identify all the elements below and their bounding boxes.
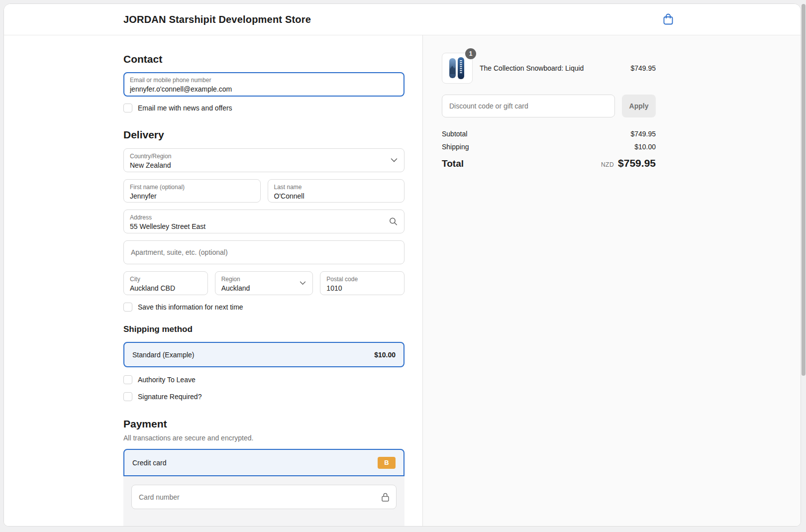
total-row: Total NZD $759.95	[442, 157, 656, 169]
product-price: $749.95	[630, 64, 656, 72]
authority-to-leave-label: Authority To Leave	[138, 376, 196, 384]
first-name-value: Jennyfer	[130, 192, 254, 201]
checkout-content: Contact Email or mobile phone number jen…	[4, 35, 801, 526]
postal-code-value: 1010	[326, 284, 398, 293]
last-name-value: O'Connell	[274, 192, 399, 201]
shipping-method-heading: Shipping method	[123, 324, 404, 334]
address-value: 55 Wellesley Street East	[130, 222, 384, 231]
cart-bag-icon[interactable]	[663, 13, 674, 25]
shipping-total-value: $10.00	[634, 143, 656, 151]
cart-line-item: 1 The Collection Snowboard: Liquid $749.…	[442, 53, 656, 84]
store-title: JORDAN Starshipit Development Store	[123, 14, 311, 25]
total-label: Total	[442, 158, 464, 169]
order-summary: 1 The Collection Snowboard: Liquid $749.…	[422, 35, 801, 526]
shipping-row: Shipping $10.00	[442, 143, 656, 151]
total-value: $759.95	[618, 157, 656, 169]
scrollbar-track[interactable]	[801, 0, 806, 532]
postal-code-label: Postal code	[326, 276, 398, 283]
contact-heading: Contact	[123, 53, 404, 65]
form-column: Contact Email or mobile phone number jen…	[4, 35, 422, 526]
checkbox-box[interactable]	[123, 303, 132, 312]
signature-required-label: Signature Required?	[138, 393, 202, 401]
checkbox-box[interactable]	[123, 104, 132, 112]
quantity-badge: 1	[465, 48, 476, 59]
subtotal-label: Subtotal	[442, 130, 467, 138]
delivery-heading: Delivery	[123, 129, 404, 141]
shipping-option-standard[interactable]: Standard (Example) $10.00	[123, 342, 404, 367]
news-offers-checkbox[interactable]: Email me with news and offers	[123, 104, 404, 112]
email-field[interactable]: Email or mobile phone number jennyfer.o'…	[123, 72, 404, 97]
subtotal-row: Subtotal $749.95	[442, 130, 656, 138]
card-number-input[interactable]	[131, 485, 397, 509]
lock-icon	[381, 492, 390, 502]
payment-heading: Payment	[123, 418, 404, 430]
country-select[interactable]: Country/Region New Zealand	[123, 148, 404, 172]
signature-required-checkbox[interactable]: Signature Required?	[123, 392, 404, 401]
payment-subtext: All transactions are secure and encrypte…	[123, 434, 404, 442]
shipping-total-label: Shipping	[442, 143, 469, 151]
product-name: The Collection Snowboard: Liquid	[480, 64, 625, 72]
apply-button[interactable]: Apply	[622, 95, 656, 117]
snowboard-image	[446, 56, 469, 80]
save-info-label: Save this information for next time	[138, 303, 243, 311]
apartment-input[interactable]	[123, 240, 404, 264]
last-name-field[interactable]: Last name O'Connell	[268, 179, 405, 203]
first-name-label: First name (optional)	[130, 184, 254, 191]
postal-code-field[interactable]: Postal code 1010	[320, 271, 404, 295]
region-select[interactable]: Region Auckland	[215, 271, 313, 295]
region-label: Region	[221, 276, 293, 283]
first-name-field[interactable]: First name (optional) Jennyfer	[123, 179, 261, 203]
region-value: Auckland	[221, 284, 293, 293]
country-value: New Zealand	[130, 161, 384, 170]
header: JORDAN Starshipit Development Store	[4, 4, 801, 35]
checkbox-box[interactable]	[123, 392, 132, 401]
city-label: City	[130, 276, 202, 283]
scrollbar-thumb[interactable]	[802, 4, 806, 376]
totals-section: Subtotal $749.95 Shipping $10.00 Total N…	[442, 130, 656, 169]
product-thumbnail: 1	[442, 53, 473, 84]
checkout-window: JORDAN Starshipit Development Store Cont…	[3, 3, 801, 527]
payment-method-credit-card[interactable]: Credit card B	[123, 449, 404, 476]
address-label: Address	[130, 214, 384, 221]
subtotal-value: $749.95	[630, 130, 656, 138]
authority-to-leave-checkbox[interactable]: Authority To Leave	[123, 375, 404, 384]
discount-code-input[interactable]	[442, 95, 615, 117]
chevron-down-icon	[300, 281, 306, 285]
shipping-option-name: Standard (Example)	[132, 351, 195, 359]
address-field[interactable]: Address 55 Wellesley Street East	[123, 210, 404, 233]
email-field-value: jennyfer.o'connell@example.com	[130, 85, 398, 94]
city-field[interactable]: City Auckland CBD	[123, 271, 208, 295]
news-offers-label: Email me with news and offers	[138, 104, 232, 112]
country-label: Country/Region	[130, 153, 384, 160]
email-field-label: Email or mobile phone number	[130, 77, 398, 84]
bogus-gateway-badge: B	[378, 457, 396, 469]
credit-card-form	[123, 476, 404, 527]
shipping-option-price: $10.00	[374, 351, 396, 359]
checkbox-box[interactable]	[123, 375, 132, 384]
total-currency: NZD	[601, 161, 614, 168]
credit-card-label: Credit card	[132, 459, 166, 467]
discount-section: Apply	[442, 95, 656, 117]
last-name-label: Last name	[274, 184, 399, 191]
chevron-down-icon	[391, 158, 398, 163]
city-value: Auckland CBD	[130, 284, 202, 293]
search-icon	[389, 217, 398, 226]
save-info-checkbox[interactable]: Save this information for next time	[123, 303, 404, 312]
